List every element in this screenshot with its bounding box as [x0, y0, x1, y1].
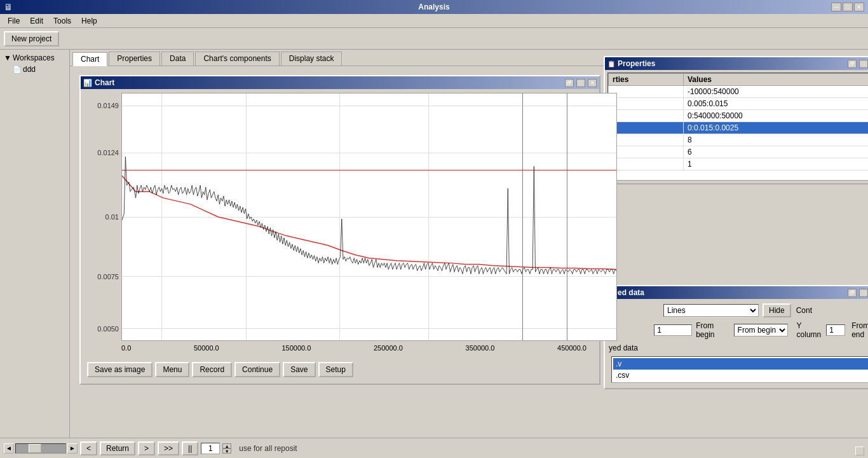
table-row-selected[interactable]: 0:0.015:0.0025	[609, 122, 869, 134]
tab-chart[interactable]: Chart	[72, 52, 107, 66]
chart-restore-button[interactable]: 🗗	[565, 79, 574, 87]
y-label-3: 0.01	[105, 213, 119, 221]
props2-maximize-button[interactable]: □	[859, 289, 868, 297]
toolbar: New project	[0, 28, 868, 50]
red-curve	[122, 176, 616, 269]
tab-chart-components[interactable]: Chart's components	[195, 52, 279, 66]
props2-col-row: nn From begin From begin Y column From e…	[609, 319, 868, 341]
setup-button[interactable]: Setup	[318, 362, 353, 377]
title-bar: 🖥 Analysis — □ ✕	[0, 0, 868, 14]
props2-titlebar: 📊 ed data 🗗 □ ✕	[605, 286, 868, 299]
x-label-250k: 250000.0	[374, 344, 403, 352]
sidebar-workspaces[interactable]: ▼ Workspaces	[3, 52, 67, 64]
save-as-image-button[interactable]: Save as image	[87, 362, 153, 377]
prop-val-7: 1	[684, 158, 868, 170]
table-row[interactable]: 0.005:0.015	[609, 98, 869, 110]
sidebar-item-ddd[interactable]: 📄 ddd	[3, 64, 67, 75]
prop-key-5	[609, 134, 684, 146]
props2-col-input[interactable]	[654, 324, 692, 336]
nav-prev-button[interactable]: <	[80, 441, 97, 455]
scroll-right-button[interactable]: ►	[67, 443, 78, 454]
chart-maximize-button[interactable]: □	[576, 79, 585, 87]
menu-file[interactable]: File	[3, 15, 25, 27]
scroll-track[interactable]	[15, 443, 66, 454]
use-for-text: use for all reposit	[239, 444, 297, 453]
table-row[interactable]: 8	[609, 134, 869, 146]
save-button[interactable]: Save	[283, 362, 315, 377]
props2-data-list: .v .csv	[611, 356, 868, 383]
page-number-input[interactable]	[201, 443, 220, 454]
props2-ycol-input[interactable]	[826, 324, 845, 336]
props-col-value: Values	[684, 74, 868, 86]
nav-pause-button[interactable]: ||	[182, 441, 198, 455]
page-down-button[interactable]: ▼	[222, 448, 231, 454]
props2-panel: 📊 ed data 🗗 □ ✕ e Lines Hide Cont nn	[604, 285, 868, 389]
menu-button[interactable]: Menu	[155, 362, 189, 377]
nav-next-button[interactable]: >	[138, 441, 155, 455]
continue-button[interactable]: Continue	[234, 362, 280, 377]
chart-close-button[interactable]: ✕	[588, 79, 597, 87]
sidebar-item-label: ddd	[23, 65, 36, 74]
x-label-0: 0.0	[121, 344, 131, 352]
y-label-1: 0.0149	[97, 102, 119, 109]
x-label-450k: 450000.0	[557, 344, 587, 352]
y-label-2: 0.0124	[97, 149, 119, 156]
list-item-active[interactable]: .v	[613, 358, 868, 370]
table-row[interactable]: 0:540000:50000	[609, 110, 869, 122]
page-up-button[interactable]: ▲	[222, 443, 231, 448]
minimize-button[interactable]: —	[831, 3, 841, 11]
props2-cont-label: Cont	[796, 306, 812, 315]
prop-val-5: 8	[684, 134, 868, 146]
scroll-thumb	[29, 444, 41, 453]
tab-display-stack[interactable]: Display stack	[281, 52, 342, 66]
black-signal	[122, 156, 616, 274]
tree-expand-icon: ▼	[4, 53, 11, 62]
prop-key-4	[609, 122, 684, 134]
prop-key-6	[609, 146, 684, 158]
record-button[interactable]: Record	[192, 362, 232, 377]
menu-tools[interactable]: Tools	[48, 15, 76, 27]
props2-yed-label: yed data	[609, 341, 868, 354]
prop-key-3	[609, 110, 684, 122]
props2-type-select[interactable]: Lines	[663, 304, 759, 317]
properties-table: rties Values -10000:540000 0.005:0.015	[608, 73, 868, 170]
x-label-50k: 50000.0	[194, 344, 219, 352]
props2-restore-button[interactable]: 🗗	[848, 289, 857, 297]
menu-edit[interactable]: Edit	[25, 15, 48, 27]
nav-fast-forward-button[interactable]: >>	[158, 441, 179, 455]
page-spinner: ▲ ▼	[222, 443, 231, 454]
maximize-button[interactable]: □	[843, 3, 853, 11]
prop-key-1	[609, 86, 684, 98]
close-button[interactable]: ✕	[854, 3, 864, 11]
sidebar-tree: ▼ Workspaces 📄 ddd	[3, 52, 67, 75]
props2-from-begin-select[interactable]: From begin	[734, 324, 788, 337]
tab-data[interactable]: Data	[161, 52, 194, 66]
chart-container: 0.0149 0.0124 0.01 0.0075 0.0050	[85, 93, 587, 357]
props2-from-begin: From begin	[696, 321, 727, 339]
table-row[interactable]: -10000:540000	[609, 86, 869, 98]
properties-title: Properties	[618, 59, 845, 68]
window-title: Analysis	[418, 3, 449, 11]
chart-content: 0.0149 0.0124 0.01 0.0075 0.0050	[81, 89, 599, 384]
main-layout: ▼ Workspaces 📄 ddd Chart Properties Data…	[0, 50, 868, 458]
new-project-button[interactable]: New project	[4, 31, 59, 46]
workspaces-label: Workspaces	[13, 53, 55, 62]
scroll-left-button[interactable]: ◄	[4, 443, 14, 454]
sidebar: ▼ Workspaces 📄 ddd	[0, 50, 70, 458]
app-icon: 🖥	[4, 2, 13, 12]
prop-val-2: 0.005:0.015	[684, 98, 868, 110]
menu-help[interactable]: Help	[76, 15, 102, 27]
list-item[interactable]: .csv	[613, 370, 868, 381]
bottom-bar: ◄ ► < Return > >> || ▲ ▼ use for all rep…	[0, 438, 868, 458]
table-row[interactable]: 1	[609, 158, 869, 170]
props2-ycol-label: Y column	[797, 321, 823, 339]
props2-hide-button[interactable]: Hide	[763, 303, 791, 317]
props-restore-button[interactable]: 🗗	[848, 60, 857, 68]
menu-bar: File Edit Tools Help	[0, 14, 868, 28]
tab-properties[interactable]: Properties	[109, 52, 160, 66]
table-row[interactable]: 6	[609, 146, 869, 158]
props-maximize-button[interactable]: □	[859, 60, 868, 68]
prop-val-4: 0:0.015:0.0025	[684, 122, 868, 134]
resize-handle[interactable]	[855, 447, 864, 455]
return-button[interactable]: Return	[100, 441, 135, 455]
